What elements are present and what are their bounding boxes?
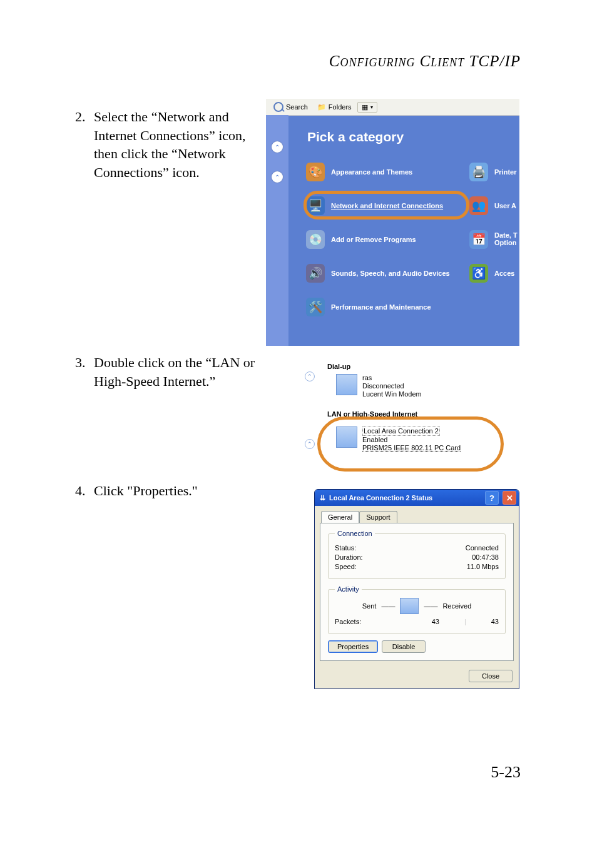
search-icon [273,102,283,112]
accessibility-icon: ♿ [469,264,488,283]
collapse-icon-2[interactable]: ⌃ [305,439,315,449]
step-3: 3. Double click on the “LAN or High-Spee… [94,353,257,390]
category-label: Sounds, Speech, and Audio Devices [331,270,450,277]
activity-icon [400,598,419,614]
activity-fieldset: Activity Sent —— —— Received Packets: 43… [328,585,506,634]
appearance-icon: 🎨 [306,163,325,181]
disable-button[interactable]: Disable [382,640,426,653]
screenshot-network-connections: ⌃ Dial-up ras Disconnected Lucent Win Mo… [305,359,499,452]
step-4-number: 4. [75,482,86,500]
step-2-text: Select the “Network and Internet Connect… [94,109,246,180]
pick-category-title: Pick a category [307,129,519,144]
highlight-ring [304,191,469,220]
performance-icon: 🛠️ [306,298,325,316]
search-button[interactable]: Search [270,101,312,113]
tab-general[interactable]: General [321,511,359,523]
tabs: General Support [321,511,519,523]
connection-device: Lucent Win Modem [362,390,422,398]
dash: —— [381,602,395,610]
dropdown-icon: ▾ [370,104,373,110]
category-label: Performance and Maintenance [331,303,431,311]
views-icon: ▦ [362,103,368,111]
date-icon: 📅 [469,230,488,249]
collapse-icon[interactable]: ⌃ [272,141,283,153]
tab-support[interactable]: Support [359,511,397,523]
activity-legend: Activity [335,585,362,593]
step-3-text: Double click on the “LAN or High-Speed I… [94,355,255,389]
highlight-ring [317,416,504,472]
category-accessibility[interactable]: ♿ Acces [469,264,519,283]
dialog-title: Local Area Connection 2 Status [329,494,432,502]
packets-sent: 43 [432,618,439,625]
close-icon[interactable]: ✕ [503,491,516,505]
duration-label: Duration: [335,553,363,561]
add-remove-icon: 💿 [306,230,325,249]
category-label: Printer [494,168,516,176]
category-label: Add or Remove Programs [331,236,416,243]
step-4-text: Click "Properties." [94,483,198,498]
toolbar: Search 📁 Folders ▦ ▾ [266,99,519,116]
category-date-time[interactable]: 📅 Date, T Option [469,230,519,249]
connection-legend: Connection [335,530,375,537]
sounds-icon: 🔊 [306,264,325,283]
folders-button[interactable]: 📁 Folders [314,102,355,113]
collapse-icon[interactable]: ⌃ [305,371,315,381]
speed-value: 11.0 Mbps [467,563,499,570]
folders-label: Folders [329,103,352,111]
dash: —— [424,602,437,610]
status-value: Connected [466,544,499,552]
close-button[interactable]: Close [469,670,513,682]
category-performance[interactable]: 🛠️ Performance and Maintenance [306,298,519,316]
category-printers[interactable]: 🖨️ Printer [469,163,519,181]
search-label: Search [286,103,308,111]
titlebar: ⇊ Local Area Connection 2 Status ? ✕ [315,490,519,506]
category-label: Appearance and Themes [331,168,412,176]
screenshot-control-panel: Search 📁 Folders ▦ ▾ ⌃ ⌃ Pick a category… [266,99,519,346]
category-user-accounts[interactable]: 👥 User A [469,196,519,215]
group-dialup: Dial-up [327,363,499,370]
page-header: Configuring Client TCP/IP [329,53,521,70]
user-icon: 👥 [469,196,488,215]
sent-label: Sent [362,602,377,610]
category-label: Acces [494,270,514,277]
speed-label: Speed: [335,563,357,570]
screenshot-status-dialog: ⇊ Local Area Connection 2 Status ? ✕ Gen… [314,489,519,689]
dialup-icon [336,374,357,395]
tab-content: Connection Status: Connected Duration: 0… [320,523,514,661]
connection-ras[interactable]: ras Disconnected Lucent Win Modem [336,374,499,399]
step-4: 4. Click "Properties." [94,482,257,500]
help-button[interactable]: ? [485,491,499,505]
connection-status: Disconnected [362,382,422,390]
collapse-icon-2[interactable]: ⌃ [272,171,283,183]
page-number: 5-23 [491,763,521,782]
folder-icon: 📁 [317,103,326,111]
received-label: Received [442,602,471,610]
packets-label: Packets: [335,618,361,625]
title-icon: ⇊ [320,494,325,502]
properties-button[interactable]: Properties [328,640,378,653]
sidebar: ⌃ ⌃ [266,115,288,346]
step-3-number: 3. [75,353,86,372]
printer-icon: 🖨️ [469,163,488,181]
step-2: 2. Select the “Network and Internet Conn… [94,108,257,182]
packets-received: 43 [491,618,499,625]
category-label: Date, T Option [494,232,518,246]
step-2-number: 2. [75,108,86,126]
connection-name: ras [362,374,422,382]
duration-value: 00:47:38 [472,553,499,561]
views-button[interactable]: ▦ ▾ [357,102,377,113]
status-label: Status: [335,544,356,552]
category-label: User A [494,202,516,209]
connection-fieldset: Connection Status: Connected Duration: 0… [328,530,506,579]
